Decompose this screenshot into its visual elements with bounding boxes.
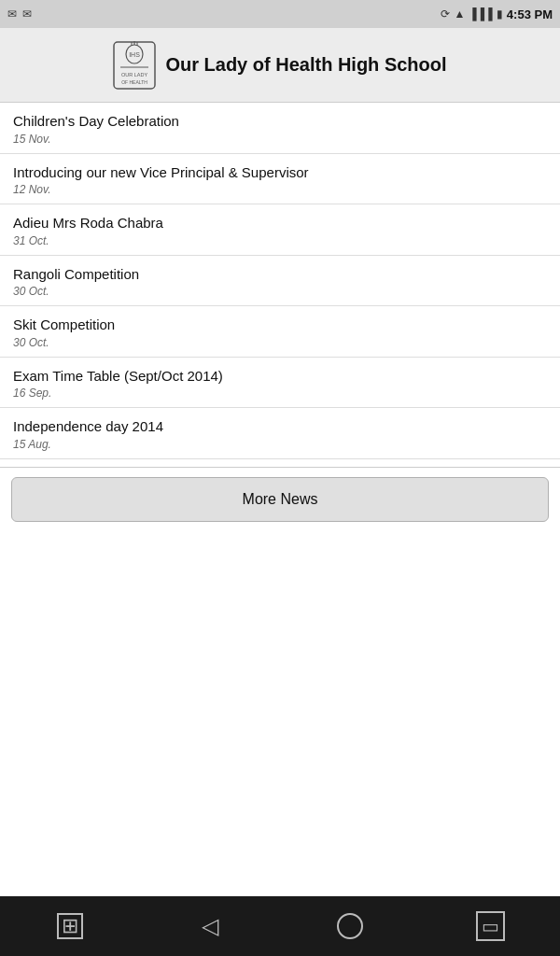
svg-text:OUR LADY: OUR LADY: [121, 72, 147, 77]
news-item-title: Rangoli Competition: [13, 265, 547, 284]
status-bar: ✉ ✉ ⟳ ▲ ▐▐▐ ▮ 4:53 PM: [0, 0, 560, 28]
news-item[interactable]: Independence day 201415 Aug.: [0, 408, 560, 459]
news-item[interactable]: 15th August "Independence Day" at 7:30 a…: [0, 459, 560, 467]
svg-text:IHS: IHS: [130, 51, 141, 58]
news-item[interactable]: Exam Time Table (Sept/Oct 2014)16 Sep.: [0, 358, 560, 409]
news-item-date: 30 Oct.: [13, 336, 547, 349]
news-item-date: 12 Nov.: [13, 183, 547, 196]
nav-bar: ⊞ ◁ ▭: [0, 896, 560, 956]
news-item[interactable]: Skit Competition30 Oct.: [0, 306, 560, 358]
news-item[interactable]: Introducing our new Vice Principal & Sup…: [0, 154, 560, 205]
recents-nav-button[interactable]: ▭: [462, 907, 518, 945]
school-name: Our Lady of Health High School: [165, 54, 446, 76]
news-item-date: 16 Sep.: [13, 387, 547, 400]
home-nav-button[interactable]: [322, 907, 378, 945]
news-item[interactable]: Rangoli Competition30 Oct.: [0, 256, 560, 307]
wifi-icon: ▲: [454, 7, 465, 21]
news-item-date: 30 Oct.: [13, 285, 547, 298]
news-item[interactable]: Children's Day Celebration15 Nov.: [0, 103, 560, 154]
back-nav-button[interactable]: ◁: [182, 907, 238, 945]
news-item-title: Children's Day Celebration: [13, 112, 547, 131]
screen-rotate-icon: ⟳: [441, 7, 450, 21]
status-icons-right: ⟳ ▲ ▐▐▐ ▮ 4:53 PM: [441, 7, 553, 21]
svg-text:OF HEALTH: OF HEALTH: [122, 79, 148, 85]
news-item-title: Adieu Mrs Roda Chabra: [13, 214, 547, 232]
news-item-title: Exam Time Table (Sept/Oct 2014): [13, 367, 547, 386]
recents-square-icon: ▭: [476, 911, 505, 941]
envelope-icon: ✉: [7, 7, 17, 21]
empty-area: [0, 533, 560, 897]
back-arrow-icon: ◁: [202, 913, 218, 939]
time-display: 4:53 PM: [507, 7, 553, 21]
news-item-date: 31 Oct.: [13, 234, 547, 247]
qr-nav-button[interactable]: ⊞: [42, 907, 98, 945]
qr-icon: ⊞: [57, 913, 83, 939]
news-item-title: Independence day 2014: [13, 417, 547, 436]
news-item-date: 15 Aug.: [13, 438, 547, 451]
message-icon: ✉: [22, 7, 32, 21]
news-item-title: Introducing our new Vice Principal & Sup…: [13, 163, 547, 182]
signal-icon: ▐▐▐: [469, 7, 493, 21]
news-item-date: 15 Nov.: [13, 133, 547, 146]
news-list: Children's Day Celebration15 Nov.Introdu…: [0, 103, 560, 467]
news-item[interactable]: Adieu Mrs Roda Chabra31 Oct.: [0, 204, 560, 256]
more-news-button[interactable]: More News: [11, 477, 549, 522]
status-icons-left: ✉ ✉: [7, 7, 32, 21]
more-news-container: More News: [0, 467, 560, 533]
news-item-title: Skit Competition: [13, 316, 547, 334]
battery-icon: ▮: [497, 7, 503, 21]
school-logo: IHS OUR LADY OF HEALTH: [113, 41, 156, 90]
home-circle-icon: [337, 913, 363, 939]
app-header: IHS OUR LADY OF HEALTH Our Lady of Healt…: [0, 28, 560, 103]
